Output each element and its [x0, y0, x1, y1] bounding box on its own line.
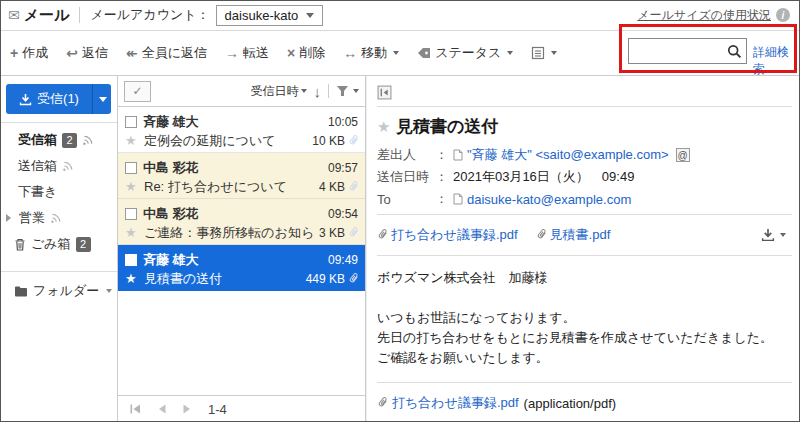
mail-detail-pane: ★ 見積書の送付 差出人 ： "斉藤 雄大" <saito@example.co… — [366, 76, 800, 422]
delete-button[interactable]: × 削除 — [287, 44, 325, 62]
advanced-search-link[interactable]: 詳細検索 — [753, 44, 800, 78]
attachment-link[interactable]: 見積書.pdf — [536, 226, 611, 244]
from-row: 差出人 ： "斉藤 雄大" <saito@example.com> @ — [377, 144, 792, 166]
chevron-down-icon — [780, 233, 786, 237]
star-icon[interactable]: ★ — [125, 133, 138, 148]
list-item[interactable]: 中島 彩花 09:54 ★ ご連絡：事務所移転のお知らせ 3 KB — [118, 199, 365, 245]
notification-signal-icon — [62, 160, 74, 172]
divider — [377, 382, 792, 383]
attachment-filename[interactable]: 打ち合わせ議事録.pdf — [391, 226, 518, 244]
attachment-link[interactable]: 打ち合わせ議事録.pdf — [377, 226, 518, 244]
sent-datetime: 2021年03月16日（火） 09:49 — [453, 168, 634, 186]
expand-triangle-icon[interactable] — [6, 214, 11, 222]
attachment-list: 打ち合わせ議事録.pdf (application/pdf) 見積書.pdf (… — [377, 387, 792, 422]
row-checkbox[interactable] — [125, 162, 137, 174]
sidebar-item-trash[interactable]: ごみ箱 2 — [0, 231, 117, 257]
sender-address-link[interactable]: "斉藤 雄大" <saito@example.com> — [467, 146, 669, 164]
paperclip-icon — [373, 394, 391, 413]
row-checkbox[interactable] — [125, 208, 137, 220]
receive-dropdown-button[interactable] — [92, 84, 111, 114]
search-input[interactable] — [629, 39, 722, 63]
reply-label: 返信 — [82, 44, 108, 62]
mail-subject-title: 見積書の送付 — [396, 115, 498, 138]
sidebar-item-sent[interactable]: 送信箱 — [0, 153, 117, 179]
sidebar-item-sales[interactable]: 営業 — [0, 205, 117, 231]
check-icon: ✓ — [132, 84, 142, 98]
filter-dropdown-button[interactable] — [336, 85, 359, 97]
recipient-address-link[interactable]: daisuke-kato@example.com — [467, 192, 631, 207]
row-size: 4 KB — [319, 180, 345, 194]
forward-button[interactable]: → 転送 — [225, 44, 269, 62]
status-menu-button[interactable]: ステータス — [417, 44, 513, 62]
star-icon[interactable]: ★ — [377, 118, 390, 136]
reply-button[interactable]: ↩ 返信 — [66, 44, 108, 62]
row-subject: ご連絡：事務所移転のお知らせ — [144, 224, 313, 242]
sort-direction-button[interactable]: ↓ — [314, 83, 322, 100]
collapse-pane-icon[interactable] — [377, 85, 392, 100]
paperclip-icon — [532, 226, 550, 245]
download-all-button[interactable] — [761, 228, 792, 242]
reply-all-button[interactable]: ↞ 全員に返信 — [126, 44, 207, 62]
search-button[interactable] — [722, 39, 746, 63]
folder-label: 受信箱 — [18, 131, 57, 149]
mail-search-box — [628, 38, 747, 64]
paperclip-icon — [344, 131, 362, 150]
row-time: 09:49 — [328, 253, 358, 267]
list-item[interactable]: 斉藤 雄大 09:49 ★ 見積書の送付 449 KB — [118, 245, 365, 291]
row-subject: 定例会の延期について — [144, 132, 306, 150]
sort-field-dropdown[interactable]: 受信日時 — [251, 83, 307, 100]
unread-count-badge: 2 — [62, 133, 77, 148]
sidebar-item-folders[interactable]: フォルダー — [0, 271, 117, 304]
notification-signal-icon — [82, 134, 94, 146]
colon: ： — [435, 146, 453, 164]
mail-app-window: ✉ メール メールアカウント： daisuke-kato メールサイズの使用状況… — [0, 0, 800, 422]
row-subject: 見積書の送付 — [144, 270, 300, 288]
chevron-down-icon — [106, 289, 112, 293]
date-row: 送信日時 ： 2021年03月16日（火） 09:49 — [377, 166, 792, 188]
paperclip-icon — [344, 269, 362, 288]
account-dropdown[interactable]: daisuke-kato — [216, 5, 324, 26]
star-icon[interactable]: ★ — [125, 271, 138, 286]
pagination-bar: 1-4 — [118, 395, 365, 422]
star-icon[interactable]: ★ — [125, 179, 138, 194]
folder-label: フォルダー — [33, 282, 99, 300]
attachment-filename[interactable]: 打ち合わせ議事録.pdf — [392, 394, 519, 412]
previous-page-button[interactable] — [158, 404, 166, 414]
compose-button[interactable]: + 作成 — [10, 44, 48, 62]
mail-size-usage-link[interactable]: メールサイズの使用状況 — [637, 7, 771, 24]
divider — [0, 122, 117, 123]
receive-mail-button[interactable]: 受信(1) — [6, 84, 111, 114]
info-icon[interactable]: i — [776, 8, 790, 22]
attachments-bar: 打ち合わせ議事録.pdf 見積書.pdf — [377, 219, 792, 251]
chevron-down-icon — [301, 89, 307, 93]
divider — [377, 214, 792, 215]
select-all-button[interactable]: ✓ — [124, 81, 151, 102]
folder-icon — [14, 285, 28, 297]
sidebar-item-inbox[interactable]: 受信箱 2 — [0, 127, 117, 153]
move-menu-button[interactable]: ↔ 移動 — [343, 44, 399, 62]
list-item[interactable]: 中島 彩花 09:57 ★ Re: 打ち合わせについて 4 KB — [118, 153, 365, 199]
add-address-icon[interactable]: @ — [676, 148, 690, 162]
notification-signal-icon — [50, 212, 62, 224]
list-options-button[interactable] — [531, 46, 557, 60]
forward-label: 転送 — [243, 44, 269, 62]
next-page-button[interactable] — [183, 404, 191, 414]
first-page-button[interactable] — [130, 404, 141, 414]
sidebar-item-drafts[interactable]: 下書き — [0, 179, 117, 205]
folder-label: 営業 — [19, 209, 45, 227]
star-icon[interactable]: ★ — [125, 225, 138, 240]
status-label: ステータス — [435, 44, 501, 62]
paperclip-icon — [373, 226, 391, 245]
row-size: 10 KB — [312, 134, 345, 148]
chevron-down-icon — [353, 89, 359, 93]
attachment-filename[interactable]: 見積書.pdf — [550, 226, 611, 244]
top-bar: ✉ メール メールアカウント： daisuke-kato メールサイズの使用状況… — [0, 0, 800, 30]
pagination-range: 1-4 — [208, 402, 227, 417]
row-checkbox[interactable] — [125, 116, 137, 128]
list-item[interactable]: 斉藤 雄大 10:05 ★ 定例会の延期について 10 KB — [118, 107, 365, 153]
tag-icon — [417, 47, 431, 59]
paperclip-icon — [344, 223, 362, 242]
chevron-down-icon — [551, 51, 557, 55]
row-checkbox[interactable] — [125, 254, 137, 266]
contact-card-icon — [453, 149, 463, 161]
